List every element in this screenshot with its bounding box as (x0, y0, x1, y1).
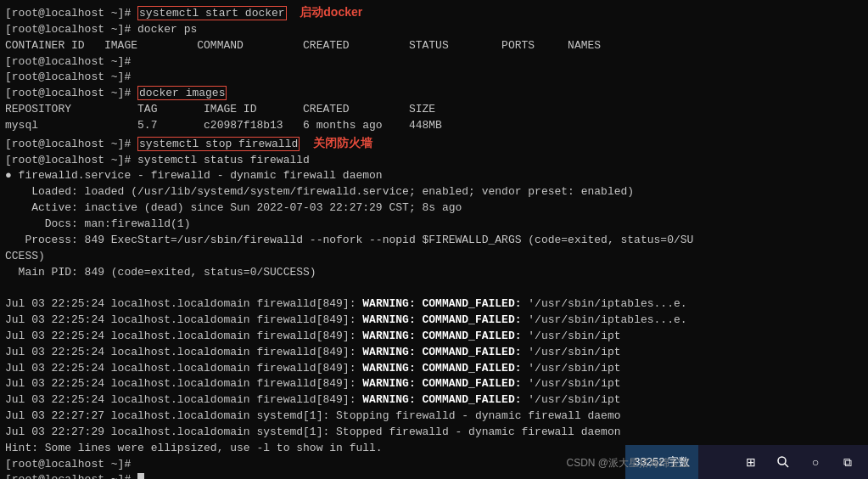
terminal-line: Active: inactive (dead) since Sun 2022-0… (5, 200, 863, 217)
terminal-line: Docs: man:firewalld(1) (5, 217, 863, 233)
warning-line: Jul 03 22:25:24 localhost.localdomain fi… (5, 329, 863, 345)
terminal-blank-line (5, 280, 863, 296)
command-highlight-images: docker images (137, 86, 227, 100)
command-highlight: systemctl start docker (137, 6, 287, 20)
warning-line: Jul 03 22:25:24 localhost.localdomain fi… (5, 392, 863, 409)
table-header-images: REPOSITORY TAG IMAGE ID CREATED SIZE (5, 102, 863, 118)
terminal-line: Loaded: loaded (/usr/lib/systemd/system/… (5, 184, 863, 200)
terminal-line: [root@localhost ~]# (5, 54, 863, 70)
taskbar: ⊞ ○ ⧉ (698, 445, 868, 479)
warning-line: Jul 03 22:25:24 localhost.localdomain fi… (5, 296, 863, 313)
warning-line: Jul 03 22:25:24 localhost.localdomain fi… (5, 376, 863, 392)
annotation-stop-firewall: 关闭防火墙 (313, 136, 372, 149)
svg-line-1 (785, 464, 788, 467)
terminal-line: Jul 03 22:27:29 localhost.localdomain sy… (5, 425, 863, 441)
table-row-mysql: mysql 5.7 c20987f18b13 6 months ago 448M… (5, 118, 863, 134)
windows-button[interactable]: ⊞ (737, 448, 764, 476)
cortana-button[interactable]: ○ (802, 448, 829, 476)
terminal-line: Jul 03 22:27:27 localhost.localdomain sy… (5, 409, 863, 425)
terminal: [root@localhost ~]# systemctl start dock… (0, 0, 868, 479)
table-header-containers: CONTAINER ID IMAGE COMMAND CREATED STATU… (5, 38, 863, 54)
terminal-line: [root@localhost ~]# docker ps (5, 22, 863, 38)
search-button[interactable] (770, 448, 797, 476)
svg-point-0 (778, 457, 786, 465)
warning-line: Jul 03 22:25:24 localhost.localdomain fi… (5, 361, 863, 377)
annotation-start-docker: 启动docker (300, 5, 362, 19)
terminal-line: Process: 849 ExecStart=/usr/sbin/firewal… (5, 233, 863, 249)
terminal-line: ● firewalld.service - firewalld - dynami… (5, 168, 863, 184)
terminal-line: CCESS) (5, 249, 863, 265)
command-highlight-firewalld: systemctl stop firewalld (137, 137, 300, 151)
terminal-line: [root@localhost ~]# (5, 70, 863, 86)
warning-line: Jul 03 22:25:24 localhost.localdomain fi… (5, 313, 863, 329)
terminal-line: [root@localhost ~]# systemctl start dock… (5, 3, 863, 22)
csdn-watermark: CSDN @派大星搭海绵宝宝 (566, 456, 690, 471)
terminal-line: [root@localhost ~]# systemctl stop firew… (5, 134, 863, 153)
warning-line: Jul 03 22:25:24 localhost.localdomain fi… (5, 345, 863, 361)
taskview-button[interactable]: ⧉ (834, 448, 861, 476)
terminal-line: [root@localhost ~]# docker images (5, 86, 863, 102)
terminal-line: [root@localhost ~]# systemctl status fir… (5, 153, 863, 169)
terminal-line: Main PID: 849 (code=exited, status=0/SUC… (5, 265, 863, 281)
prompt: [root@localhost ~]# (5, 7, 137, 20)
